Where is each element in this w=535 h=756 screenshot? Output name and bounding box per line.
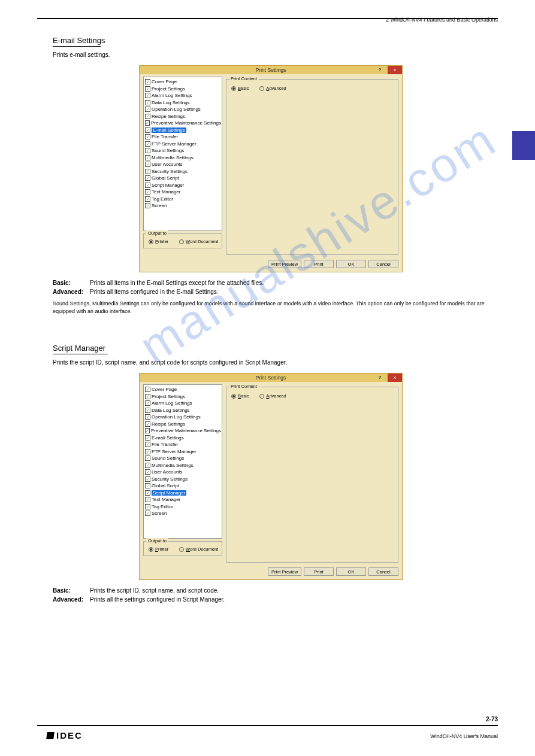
checkbox-icon[interactable] <box>145 175 150 181</box>
list-item[interactable]: Security Settings <box>144 476 222 483</box>
list-item[interactable]: Security Settings <box>144 168 222 175</box>
checkbox-icon[interactable] <box>145 114 150 119</box>
list-item[interactable]: File Transfer <box>144 133 222 141</box>
checkbox-icon[interactable] <box>145 162 150 167</box>
radio-basic[interactable]: Basic <box>231 393 249 399</box>
checkbox-icon[interactable] <box>145 196 150 202</box>
print-button[interactable]: Print <box>304 567 334 576</box>
list-item[interactable]: Multimedia Settings <box>144 462 222 469</box>
checkbox-icon[interactable] <box>145 141 150 147</box>
checkbox-icon[interactable] <box>145 394 150 399</box>
list-item[interactable]: Alarm Log Settings <box>144 400 222 407</box>
list-item[interactable]: Screen <box>144 510 222 517</box>
list-item[interactable]: Alarm Log Settings <box>144 92 222 99</box>
list-item[interactable]: Project Settings <box>144 393 222 400</box>
close-button[interactable]: × <box>388 374 402 382</box>
list-item[interactable]: Text Manager <box>144 496 222 503</box>
checkbox-icon[interactable] <box>145 387 150 392</box>
help-button[interactable]: ? <box>376 66 384 74</box>
checkbox-icon[interactable] <box>145 442 150 447</box>
list-item[interactable]: File Transfer <box>144 441 222 448</box>
checkbox-icon[interactable] <box>145 421 150 427</box>
help-button[interactable]: ? <box>376 374 384 382</box>
checkbox-icon[interactable] <box>145 183 150 188</box>
checkbox-icon[interactable] <box>145 483 150 488</box>
list-item[interactable]: User Accounts <box>144 161 222 168</box>
items-listbox[interactable]: Cover PageProject SettingsAlarm Log Sett… <box>143 77 222 231</box>
checkbox-icon[interactable] <box>145 490 150 496</box>
list-item[interactable]: Project Settings <box>144 86 222 93</box>
list-item[interactable]: E-mail Settings <box>144 435 222 442</box>
checkbox-icon[interactable] <box>145 79 150 84</box>
checkbox-icon[interactable] <box>145 408 150 413</box>
checkbox-icon[interactable] <box>145 120 150 126</box>
list-item[interactable]: Cover Page <box>144 78 222 86</box>
list-item[interactable]: Global Script <box>144 175 222 182</box>
checkbox-icon[interactable] <box>145 148 150 153</box>
checkbox-icon[interactable] <box>145 86 150 92</box>
checkbox-icon[interactable] <box>145 414 150 420</box>
list-item[interactable]: Script Manager <box>144 490 222 497</box>
print-preview-button[interactable]: Print Preview <box>268 567 301 576</box>
list-item[interactable]: FTP Server Manager <box>144 448 222 456</box>
list-item[interactable]: Operation Log Settings <box>144 414 222 421</box>
cancel-button[interactable]: Cancel <box>368 260 398 268</box>
items-listbox[interactable]: Cover PageProject SettingsAlarm Log Sett… <box>143 384 222 539</box>
list-item[interactable]: FTP Server Manager <box>144 141 222 148</box>
checkbox-icon[interactable] <box>145 504 150 509</box>
checkbox-icon[interactable] <box>145 476 150 482</box>
radio-advanced[interactable]: Advanced <box>259 393 286 399</box>
list-item[interactable]: Preventive Maintenance Settings <box>144 120 222 127</box>
checkbox-icon[interactable] <box>145 155 150 160</box>
radio-printer[interactable]: Printer <box>149 546 168 552</box>
radio-basic[interactable]: Basic <box>231 86 249 91</box>
list-item[interactable]: User Accounts <box>144 469 222 476</box>
checkbox-icon[interactable] <box>145 107 150 112</box>
list-item[interactable]: Text Manager <box>144 189 222 196</box>
list-item[interactable]: Global Script <box>144 482 222 490</box>
checkbox-icon[interactable] <box>145 511 150 516</box>
list-item[interactable]: Data Log Settings <box>144 407 222 414</box>
checkbox-icon[interactable] <box>145 100 150 105</box>
checkbox-icon[interactable] <box>145 435 150 441</box>
checkbox-icon[interactable] <box>145 456 150 461</box>
list-item[interactable]: Sound Settings <box>144 147 222 154</box>
ok-button[interactable]: OK <box>336 567 366 576</box>
radio-word[interactable]: Word Document <box>179 239 218 244</box>
list-item[interactable]: Operation Log Settings <box>144 106 222 113</box>
list-item[interactable]: Recipe Settings <box>144 113 222 120</box>
radio-word[interactable]: Word Document <box>179 546 218 552</box>
list-item[interactable]: Sound Settings <box>144 455 222 462</box>
checkbox-icon[interactable] <box>145 169 150 174</box>
checkbox-icon[interactable] <box>145 463 150 468</box>
checkbox-icon[interactable] <box>145 127 150 133</box>
list-item[interactable]: E-mail Settings <box>144 127 222 134</box>
ok-button[interactable]: OK <box>336 260 366 268</box>
cancel-button[interactable]: Cancel <box>368 567 398 576</box>
list-item[interactable]: Cover Page <box>144 386 222 393</box>
checkbox-icon[interactable] <box>145 203 150 208</box>
list-item[interactable]: Tag Editor <box>144 503 222 511</box>
checkbox-icon[interactable] <box>145 469 150 475</box>
print-button[interactable]: Print <box>304 260 334 268</box>
list-item[interactable]: Multimedia Settings <box>144 154 222 162</box>
list-item[interactable]: Screen <box>144 202 222 210</box>
close-button[interactable]: × <box>388 66 402 74</box>
radio-printer[interactable]: Printer <box>149 239 168 244</box>
checkbox-icon[interactable] <box>145 497 150 502</box>
checkbox-icon[interactable] <box>145 189 150 195</box>
list-item-label: Cover Page <box>152 387 177 392</box>
list-item[interactable]: Recipe Settings <box>144 421 222 428</box>
radio-advanced[interactable]: Advanced <box>259 86 286 91</box>
list-item[interactable]: Data Log Settings <box>144 99 222 107</box>
checkbox-icon[interactable] <box>145 93 150 98</box>
list-item[interactable]: Tag Editor <box>144 196 222 203</box>
list-item[interactable]: Preventive Maintenance Settings <box>144 427 222 435</box>
checkbox-icon[interactable] <box>145 400 150 406</box>
checkbox-icon[interactable] <box>145 428 150 433</box>
list-item[interactable]: Script Manager <box>144 182 222 189</box>
checkbox-icon[interactable] <box>145 134 150 139</box>
checkbox-icon[interactable] <box>145 449 150 454</box>
print-preview-button[interactable]: Print Preview <box>268 260 301 268</box>
outputto-legend: Output to <box>146 230 168 236</box>
